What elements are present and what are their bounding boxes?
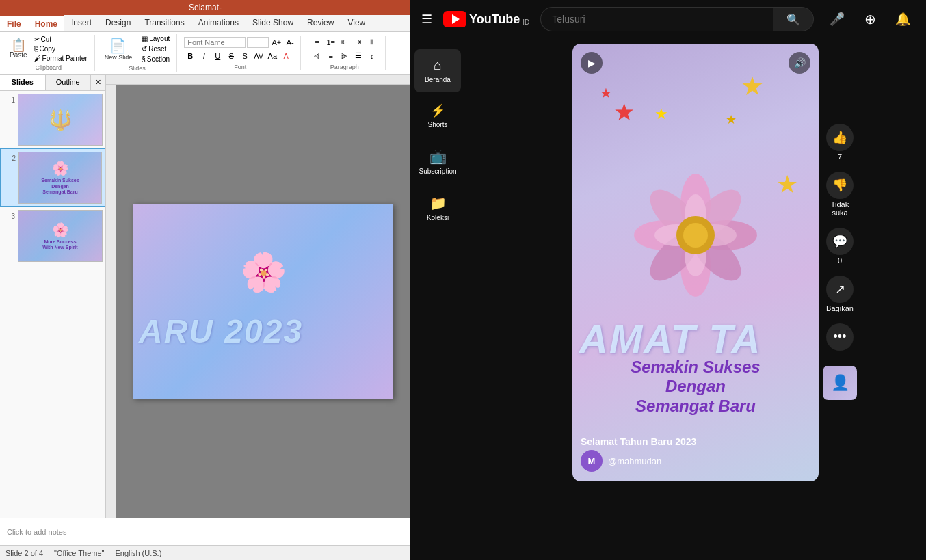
bold-button[interactable]: B	[184, 50, 196, 62]
reset-button[interactable]: ↺ Reset	[139, 44, 172, 53]
like-button[interactable]: 👍 7	[826, 124, 854, 161]
cut-button[interactable]: ✂ Cut	[31, 35, 90, 44]
tab-design[interactable]: Design	[98, 15, 137, 31]
tab-view[interactable]: View	[341, 15, 372, 31]
dislike-button[interactable]: 👎 Tidak suka	[823, 172, 857, 217]
star-red-1: ★	[613, 98, 635, 126]
change-case-button[interactable]: Aa	[266, 50, 278, 62]
more-button[interactable]: •••	[826, 323, 854, 351]
justify-button[interactable]: ☰	[352, 50, 365, 62]
more-icon: •••	[826, 323, 854, 351]
share-label: Bagikan	[826, 304, 854, 312]
slide-main[interactable]: 🌸 ARU 2023	[133, 204, 393, 399]
align-right-button[interactable]: ⫸	[339, 50, 351, 62]
underline-button[interactable]: U	[211, 50, 224, 62]
yt-search-input[interactable]	[540, 7, 773, 31]
slide-main-title[interactable]: ARU 2023	[133, 312, 393, 350]
line-spacing-button[interactable]: ↕	[366, 50, 378, 62]
tab-insert[interactable]: Insert	[64, 15, 98, 31]
ribbon-group-font: A+ A- B I U S S AV Aa A Font	[180, 36, 301, 70]
subscription-icon: 📺	[429, 148, 447, 165]
new-slide-icon: 📄	[109, 38, 127, 54]
slide-thumb-image-2: 🌸 Semakin SuksesDenganSemangat Baru	[18, 152, 102, 204]
italic-button[interactable]: I	[198, 50, 210, 62]
font-grow-button[interactable]: A+	[270, 36, 282, 49]
comment-count: 0	[838, 256, 842, 265]
slide-thumb-2[interactable]: 2 🌸 Semakin SuksesDenganSemangat Baru	[0, 148, 105, 207]
shorts-video-card: ▶ 🔊 ★ ★ ★ ★ ★ ★	[572, 44, 819, 481]
tab-file[interactable]: File	[0, 15, 28, 31]
play-icon: ▶	[588, 57, 596, 68]
share-button[interactable]: ↗ Bagikan	[826, 276, 854, 312]
ribbon: File Home Insert Design Transitions Anim…	[0, 15, 410, 75]
paste-button[interactable]: 📋 Paste	[7, 38, 30, 60]
slide-main-flower: 🌸	[240, 250, 287, 294]
ribbon-content: 📋 Paste ✂ Cut ⎘ Copy 🖌	[0, 32, 410, 74]
sidebar-item-koleksi[interactable]: 📁 Koleksi	[414, 187, 461, 230]
paragraph-label: Paragraph	[330, 64, 359, 70]
slide-thumb-1[interactable]: 1 🔱	[0, 91, 105, 148]
sidebar-item-shorts[interactable]: ⚡ Shorts	[414, 95, 461, 137]
slide-thumb-3[interactable]: 3 🌸 More SuccessWith New Spirit	[0, 207, 105, 265]
star-yellow-1: ★	[741, 71, 764, 101]
slide-num-2: 2	[3, 152, 16, 204]
strikethrough-button[interactable]: S	[225, 50, 237, 62]
outline-tab[interactable]: Outline	[46, 75, 92, 90]
layout-button[interactable]: ▦ Layout	[139, 34, 172, 43]
slides-tab[interactable]: Slides	[0, 75, 46, 90]
channel-avatar[interactable]: M	[581, 450, 603, 472]
ppt-panel: Selamat- File Home Insert Design Transit…	[0, 0, 410, 560]
close-panel-button[interactable]: ✕	[91, 75, 105, 90]
ppt-title: Selamat-	[189, 3, 222, 12]
font-shrink-button[interactable]: A-	[284, 36, 296, 49]
main-slide-area: 🌸 ARU 2023	[106, 75, 410, 518]
slide2-text: Semakin SuksesDenganSemangat Baru	[41, 178, 79, 195]
notes-placeholder: Click to add notes	[7, 528, 66, 536]
comment-button[interactable]: 💬 0	[826, 228, 854, 265]
yt-create-button[interactable]: ⊕	[858, 7, 882, 31]
yt-mic-button[interactable]: 🎤	[825, 7, 849, 31]
shorts-icon: ⚡	[430, 103, 445, 118]
yt-logo[interactable]: YouTube ID	[443, 11, 529, 27]
font-size-input[interactable]	[247, 37, 269, 48]
volume-icon: 🔊	[794, 57, 806, 68]
numbering-button[interactable]: 1≡	[325, 36, 337, 49]
clipboard-buttons: 📋 Paste ✂ Cut ⎘ Copy 🖌	[7, 35, 90, 63]
format-painter-button[interactable]: 🖌 Format Painter	[31, 54, 90, 63]
increase-indent-button[interactable]: ⇥	[352, 36, 365, 49]
sidebar-item-subscription[interactable]: 📺 Subscription	[414, 140, 461, 184]
tab-home[interactable]: Home	[28, 15, 64, 31]
flower-svg	[627, 167, 764, 304]
sidebar-item-beranda[interactable]: ⌂ Beranda	[414, 49, 461, 92]
format-painter-icon: 🖌	[34, 55, 41, 62]
align-left-button[interactable]: ⫷	[311, 50, 323, 62]
tab-review[interactable]: Review	[300, 15, 341, 31]
slide-area: Slides Outline ✕ 1 🔱 2 🌸 Semakin SuksesD…	[0, 75, 410, 518]
tab-slideshow[interactable]: Slide Show	[246, 15, 300, 31]
column-button[interactable]: ⫴	[366, 36, 378, 49]
slide-canvas[interactable]: 🌸 ARU 2023	[116, 85, 410, 518]
video-play-button[interactable]: ▶	[581, 52, 603, 74]
yt-bell-button[interactable]: 🔔	[890, 7, 915, 31]
video-channel-row: M @mahmudan	[581, 450, 810, 472]
notes-area[interactable]: Click to add notes	[0, 518, 410, 545]
tab-animations[interactable]: Animations	[191, 15, 246, 31]
section-button[interactable]: § Section	[139, 55, 172, 64]
yt-search-button[interactable]: 🔍	[773, 7, 814, 31]
new-slide-button[interactable]: 📄 New Slide	[102, 36, 135, 62]
search-icon: 🔍	[786, 13, 800, 26]
shadow-button[interactable]: S	[239, 50, 251, 62]
decrease-indent-button[interactable]: ⇤	[339, 36, 351, 49]
font-color-button[interactable]: A	[280, 50, 292, 62]
font-name-input[interactable]	[184, 37, 246, 48]
copy-button[interactable]: ⎘ Copy	[31, 44, 90, 53]
font-label: Font	[234, 64, 246, 70]
shorts-video-thumbnail[interactable]: ▶ 🔊 ★ ★ ★ ★ ★ ★	[572, 44, 819, 481]
align-center-button[interactable]: ≡	[325, 50, 337, 62]
koleksi-icon: 📁	[429, 195, 447, 211]
char-spacing-button[interactable]: AV	[252, 50, 265, 62]
video-volume-button[interactable]: 🔊	[789, 52, 810, 74]
tab-transitions[interactable]: Transitions	[137, 15, 191, 31]
bullets-button[interactable]: ≡	[311, 36, 323, 49]
yt-menu-button[interactable]: ☰	[421, 12, 432, 27]
